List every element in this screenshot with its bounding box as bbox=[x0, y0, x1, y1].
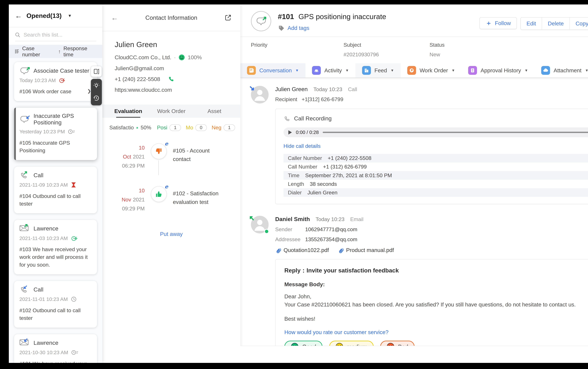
case-card-desc: #104 Outbound call to call tester bbox=[19, 192, 92, 208]
email-subject: Reply：Invite your satisfaction feedback bbox=[284, 266, 588, 275]
call-recording-card: Call Recording 0:00 / 0:28 Hide call det… bbox=[275, 109, 588, 204]
case-card-title: Associate Case tester bbox=[33, 67, 89, 74]
call-details-table: Caller Number+1 (240) 222-5508 Call Numb… bbox=[284, 154, 588, 197]
recipient-value: +1[312] 626-6799 bbox=[302, 96, 343, 102]
attachment-file[interactable]: Product manual.pdf bbox=[338, 247, 394, 253]
delete-button[interactable]: Delete bbox=[542, 18, 569, 29]
case-card-103[interactable]: Lawrence 2021-11-03 10:23 AM #103 We hav… bbox=[14, 220, 97, 274]
timeline-item: 10 Oct2021 06:29 PM e #105 - Account con… bbox=[117, 143, 240, 170]
case-title: GPS positioning inaccurate bbox=[299, 12, 386, 21]
tab-activity[interactable]: Activity▼ bbox=[305, 63, 355, 78]
tab-work-order[interactable]: Work Order▼ bbox=[401, 63, 462, 78]
search-input[interactable] bbox=[24, 32, 96, 38]
audio-player[interactable]: 0:00 / 0:28 bbox=[284, 127, 588, 137]
evaluation-node[interactable]: e bbox=[151, 143, 167, 159]
evaluation-node[interactable]: e bbox=[151, 186, 167, 202]
outbound-arrow-icon bbox=[262, 15, 267, 23]
smiley-green-icon bbox=[178, 54, 185, 61]
attachments: Quotation1022.pdf Product manual.pdf bbox=[275, 247, 588, 253]
edit-button[interactable]: Edit bbox=[521, 18, 542, 29]
contact-score: 100% bbox=[188, 54, 202, 61]
case-detail-main: #101 GPS positioning inaccurate Add tags… bbox=[240, 4, 588, 363]
entry-author[interactable]: Julien Green bbox=[275, 86, 308, 92]
phone-icon bbox=[19, 286, 29, 293]
rating-survey-link[interactable]: How would you rate our customer service? bbox=[284, 329, 588, 335]
chat-icon bbox=[19, 115, 29, 123]
copy-button[interactable]: Copy bbox=[569, 18, 588, 29]
sort-bar[interactable]: Case number ↑ Response time bbox=[9, 45, 102, 58]
search-box[interactable] bbox=[15, 32, 96, 41]
case-card-104[interactable]: Call 2021-11-09 10:23 AM #104 Outbound c… bbox=[14, 167, 97, 213]
case-card-time: 2021-11-09 10:23 AM bbox=[19, 182, 68, 188]
rate-good-button[interactable]: Good bbox=[284, 341, 322, 346]
tab-attachment[interactable]: Attachment▼ bbox=[535, 63, 588, 78]
list-title[interactable]: Opened(13) bbox=[26, 12, 62, 20]
contact-email[interactable]: JulienG@gmail.com bbox=[115, 65, 164, 72]
field-value: New bbox=[430, 51, 522, 58]
screen: ← Opened(13) ▼ Case number ↑ Response ti… bbox=[0, 0, 588, 369]
contact-website[interactable]: https:www.cloudcc.com bbox=[115, 87, 172, 93]
case-card-105[interactable]: Inaccurate GPS Positioning Yesterday 10:… bbox=[14, 108, 97, 160]
rate-bad-button[interactable]: Bad bbox=[380, 341, 414, 346]
tab-approval-history[interactable]: Approval History▼ bbox=[462, 63, 535, 78]
avatar bbox=[251, 86, 268, 103]
inbound-arrow-icon bbox=[23, 283, 28, 291]
tab-asset[interactable]: Asset bbox=[193, 104, 236, 118]
add-tags-link[interactable]: Add tags bbox=[288, 25, 309, 31]
kanban-view-button[interactable] bbox=[91, 66, 102, 77]
tab-feed[interactable]: Feed▼ bbox=[355, 63, 401, 78]
timeline-year: 2021 bbox=[133, 154, 145, 160]
tab-evaluation[interactable]: Evaluation bbox=[107, 104, 150, 118]
collapse-chevron-icon[interactable]: ❯ bbox=[87, 88, 91, 94]
satisfaction-summary: Satisfactio 50% Posi 1 Mo 0 Neg 1 bbox=[102, 118, 240, 131]
clock-notes-icon bbox=[71, 350, 78, 355]
case-card-desc: #101 We have received your work order an… bbox=[19, 360, 92, 363]
case-card-desc: #103 We have received your work order an… bbox=[19, 246, 92, 269]
field-label: Subject bbox=[343, 42, 430, 48]
case-card-title: Lawrence bbox=[33, 339, 58, 346]
online-status-dot bbox=[264, 229, 269, 234]
timeline-text[interactable]: #102 - Satisfaction evaluation test bbox=[173, 186, 225, 206]
conversation-feed: Julien Green Today 10:23 Call Recipient … bbox=[240, 78, 588, 346]
entry-channel: Call bbox=[348, 86, 357, 92]
side-toolbar: ❯ bbox=[91, 66, 102, 105]
rate-medium-button[interactable]: medium bbox=[329, 341, 374, 346]
timeline-text[interactable]: #105 - Account contact bbox=[173, 143, 225, 164]
phone-icon bbox=[19, 172, 29, 179]
avatar bbox=[251, 216, 268, 233]
tab-conversation[interactable]: Conversation▼ bbox=[240, 63, 305, 78]
case-card-106[interactable]: Associate Case tester Today 10:23 AM #10… bbox=[14, 62, 97, 101]
audio-progress-bar[interactable] bbox=[323, 132, 588, 133]
back-icon[interactable]: ← bbox=[111, 14, 118, 22]
activity-icon bbox=[312, 66, 321, 75]
play-icon[interactable] bbox=[288, 130, 292, 134]
conversation-icon bbox=[247, 66, 256, 75]
history-clock-icon[interactable] bbox=[93, 95, 100, 101]
tab-work-order[interactable]: Work Order bbox=[150, 104, 193, 118]
call-phone-icon[interactable] bbox=[168, 76, 174, 82]
case-list-sidebar: ← Opened(13) ▼ Case number ↑ Response ti… bbox=[9, 4, 102, 363]
sort-secondary-label[interactable]: Response time bbox=[63, 45, 97, 58]
related-tabs-bar: Conversation▼ Activity▼ Feed▼ Work Order… bbox=[240, 63, 588, 78]
entry-time: Today 10:23 bbox=[313, 86, 342, 92]
case-card-102[interactable]: Call 2021-11-01 10:23 AM #102 Outbound c… bbox=[14, 281, 97, 328]
app-window: ← Opened(13) ▼ Case number ↑ Response ti… bbox=[9, 4, 588, 363]
sort-ascending-icon[interactable]: ↑ bbox=[58, 49, 61, 55]
back-icon[interactable]: ← bbox=[15, 12, 22, 20]
chevron-down-icon[interactable]: ▼ bbox=[68, 13, 72, 18]
hide-call-details-link[interactable]: Hide call details bbox=[284, 143, 588, 149]
timeline-time: 09:29 PM bbox=[117, 204, 145, 213]
entry-author[interactable]: Daniel Smith bbox=[275, 216, 310, 222]
conversation-entry-email: Daniel Smith Today 10:23 Email Sender 10… bbox=[251, 216, 588, 346]
clock-green-icon bbox=[71, 236, 78, 241]
sort-primary-label[interactable]: Case number bbox=[22, 45, 52, 58]
open-external-icon[interactable] bbox=[225, 14, 232, 21]
chevron-down-icon: ▼ bbox=[585, 68, 588, 72]
case-card-101[interactable]: Lawrence 2021-10-30 10:23 AM #101 We hav… bbox=[14, 334, 97, 363]
attachment-file[interactable]: Quotation1022.pdf bbox=[275, 247, 329, 253]
lightbulb-icon[interactable] bbox=[93, 82, 100, 89]
rating-buttons: Good medium Bad bbox=[284, 341, 588, 346]
field-value: #20210930796 bbox=[343, 51, 430, 58]
put-away-link[interactable]: Put away bbox=[102, 231, 240, 237]
follow-button[interactable]: ＋Follow bbox=[479, 17, 517, 29]
